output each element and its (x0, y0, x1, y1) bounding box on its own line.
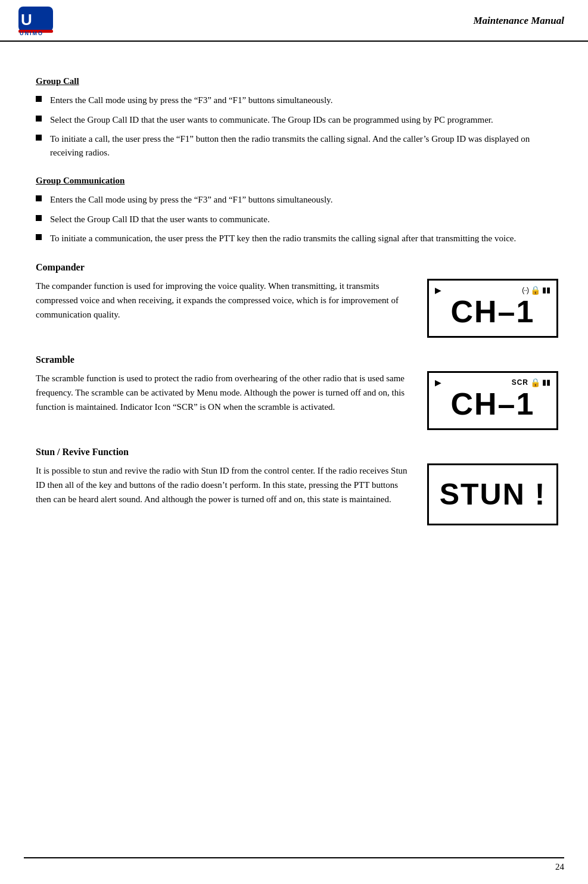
lock-icon: 🔒 (530, 285, 540, 295)
channel-display-text: CH–1 (435, 295, 550, 329)
battery-icon: ▮▮ (542, 285, 550, 294)
scr-label: SCR (512, 378, 528, 387)
bullet-icon (36, 215, 42, 221)
scramble-display-image: ▶ SCR 🔒 ▮▮ CH–1 (427, 371, 558, 430)
stun-display-box: STUN ! (427, 463, 558, 525)
display-top-bar: ▶ (··) 🔒 ▮▮ (435, 285, 550, 295)
stun-display-image: STUN ! (427, 463, 558, 525)
battery-icon: ▮▮ (542, 378, 550, 387)
radio-display-ch1: ▶ (··) 🔒 ▮▮ CH–1 (427, 279, 558, 338)
compander-heading: Compander (36, 262, 558, 273)
wireless-icon: (··) (522, 286, 528, 294)
header-title: Maintenance Manual (473, 15, 564, 27)
group-communication-heading: Group Communication (36, 176, 558, 186)
stun-section: It is possible to stun and revive the ra… (36, 463, 558, 525)
list-item: Select the Group Call ID that the user w… (36, 113, 558, 127)
list-item: To initiate a communication, the user pr… (36, 232, 558, 245)
channel-display-text-scr: CH–1 (435, 387, 550, 421)
bullet-icon (36, 195, 42, 201)
stun-revive-heading: Stun / Revive Function (36, 447, 558, 457)
main-content: Group Call Enters the Call mode using by… (0, 42, 588, 561)
list-item: Select the Group Call ID that the user w… (36, 213, 558, 226)
stun-text-content: It is possible to stun and revive the ra… (36, 463, 415, 506)
page-footer: 24 (24, 857, 564, 872)
signal-indicator: ▶ (435, 285, 441, 295)
display-top-bar-scr: ▶ SCR 🔒 ▮▮ (435, 378, 550, 387)
signal-indicator: ▶ (435, 378, 441, 387)
scramble-section: The scramble function is used to protect… (36, 371, 558, 430)
bullet-icon (36, 234, 42, 240)
group-communication-bullets: Enters the Call mode using by press the … (36, 193, 558, 245)
lock-icon: 🔒 (530, 378, 540, 387)
list-item: Enters the Call mode using by press the … (36, 94, 558, 107)
stun-display-text: STUN ! (435, 477, 550, 512)
svg-text:UNIMO: UNIMO (20, 30, 43, 36)
top-right-icons: (··) 🔒 ▮▮ (522, 285, 550, 295)
bullet-text: Enters the Call mode using by press the … (50, 94, 558, 107)
list-item: Enters the Call mode using by press the … (36, 193, 558, 207)
logo-area: U UNIMO (18, 6, 54, 36)
bullet-text: To initiate a call, the user press the “… (50, 132, 558, 159)
bullet-icon (36, 96, 42, 102)
group-call-heading: Group Call (36, 76, 558, 86)
group-call-bullets: Enters the Call mode using by press the … (36, 94, 558, 159)
radio-display-scr: ▶ SCR 🔒 ▮▮ CH–1 (427, 371, 558, 430)
bullet-text: Enters the Call mode using by press the … (50, 193, 558, 207)
bullet-text: To initiate a communication, the user pr… (50, 232, 558, 245)
compander-section: The compander function is used for impro… (36, 279, 558, 338)
scramble-heading: Scramble (36, 354, 558, 365)
scramble-text: The scramble function is used to protect… (36, 371, 415, 414)
page-header: U UNIMO Maintenance Manual (0, 0, 588, 42)
unimo-logo: U UNIMO (18, 6, 54, 36)
bullet-text: Select the Group Call ID that the user w… (50, 213, 558, 226)
bullet-icon (36, 116, 42, 122)
bullet-icon (36, 135, 42, 141)
top-right-icons-scr: SCR 🔒 ▮▮ (512, 378, 550, 387)
list-item: To initiate a call, the user press the “… (36, 132, 558, 159)
compander-display-image: ▶ (··) 🔒 ▮▮ CH–1 (427, 279, 558, 338)
svg-text:U: U (21, 11, 32, 29)
bullet-text: Select the Group Call ID that the user w… (50, 113, 558, 127)
page-number: 24 (555, 862, 564, 871)
compander-text: The compander function is used for impro… (36, 279, 415, 322)
